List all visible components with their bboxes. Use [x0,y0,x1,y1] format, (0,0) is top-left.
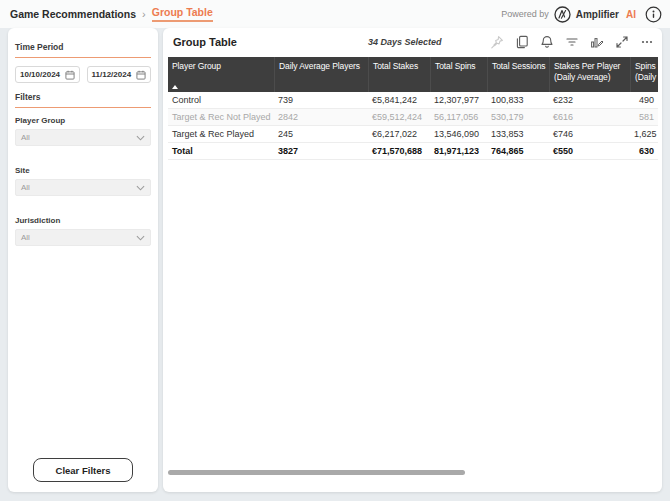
table-cell: €6,217,022 [368,129,430,139]
column-header[interactable]: Total Stakes [368,57,430,92]
table-cell: 581 [630,112,658,122]
visual-header: Group Table 34 Days Selected [163,28,662,57]
time-period-heading: Time Period [15,42,151,52]
table-cell: €59,512,424 [368,112,430,122]
edit-chart-icon[interactable] [590,35,604,49]
table-cell: €232 [549,95,630,105]
filters-heading: Filters [15,92,151,102]
clear-filters-button[interactable]: Clear Filters [33,458,133,482]
breadcrumb-current[interactable]: Group Table [152,6,213,22]
amplifier-logo-icon [554,6,571,23]
start-date-value: 10/10/2024 [20,70,60,79]
table-cell: €71,570,688 [368,146,430,156]
copy-icon[interactable] [515,35,529,49]
column-header-label: Spins (Daily [635,61,656,82]
table-row[interactable]: Control739€5,841,24212,307,977100,833€23… [168,92,658,109]
filters-panel: Time Period 10/10/2024 11/12/2024 Filter… [8,28,158,492]
calendar-icon[interactable] [65,70,75,80]
table-cell: 100,833 [487,95,549,105]
start-date-input[interactable]: 10/10/2024 [15,66,80,83]
table-cell: 12,307,977 [430,95,487,105]
filter-icon[interactable] [565,35,579,49]
site-label: Site [15,166,151,175]
horizontal-scrollbar[interactable] [168,470,465,475]
divider [15,57,151,58]
table-cell: €616 [549,112,630,122]
top-bar: Game Recommendations › Group Table Power… [0,0,670,28]
data-table: Player GroupDaily Average PlayersTotal S… [168,57,658,160]
player-group-label: Player Group [15,116,151,125]
brand-suffix: AI [626,9,636,20]
table-cell: Target & Rec Played [168,129,274,139]
jurisdiction-select[interactable]: All [15,229,151,246]
powered-by-label: Powered by [501,9,549,19]
jurisdiction-label: Jurisdiction [15,216,151,225]
column-header[interactable]: Spins (Daily [630,57,658,92]
table-cell: €5,841,242 [368,95,430,105]
brand-name: Amplifier [576,9,619,20]
jurisdiction-value: All [21,233,30,242]
table-cell: Control [168,95,274,105]
table-body: Control739€5,841,24212,307,977100,833€23… [168,92,658,160]
column-header-label: Total Stakes [373,61,418,71]
breadcrumb: Game Recommendations › Group Table [10,6,213,22]
focus-mode-icon[interactable] [615,35,629,49]
end-date-input[interactable]: 11/12/2024 [87,66,152,83]
player-group-value: All [21,133,30,142]
player-group-select[interactable]: All [15,129,151,146]
divider [15,107,151,108]
days-selected-label: 34 Days Selected [368,37,442,47]
table-cell: 56,117,056 [430,112,487,122]
chevron-down-icon [136,185,145,191]
column-header-label: Total Sessions [492,61,545,71]
column-header-label: Total Spins [435,61,475,71]
table-cell: 133,853 [487,129,549,139]
table-cell: 2842 [274,112,368,122]
column-header[interactable]: Stakes Per Player (Daily Average) [549,57,630,92]
column-header-label: Stakes Per Player (Daily Average) [554,61,620,82]
column-header-label: Daily Average Players [279,61,360,71]
site-value: All [21,183,30,192]
chevron-right-icon: › [142,8,146,20]
sort-ascending-icon [172,85,178,89]
breadcrumb-root[interactable]: Game Recommendations [10,8,136,20]
column-header[interactable]: Daily Average Players [274,57,368,92]
table-cell: Target & Rec Not Played [168,112,274,122]
more-options-icon[interactable] [640,35,654,49]
table-cell: 530,179 [487,112,549,122]
table-cell: 764,865 [487,146,549,156]
alert-icon[interactable] [540,35,554,49]
pin-icon[interactable] [490,35,504,49]
group-table-panel: Group Table 34 Days Selected [163,28,662,492]
chevron-down-icon [136,235,145,241]
chevron-down-icon [136,135,145,141]
table-row[interactable]: Target & Rec Played245€6,217,02213,546,0… [168,126,658,143]
site-select[interactable]: All [15,179,151,196]
table-cell: 3827 [274,146,368,156]
column-header-label: Player Group [172,61,221,71]
column-header[interactable]: Total Sessions [487,57,549,92]
table-row[interactable]: Total3827€71,570,68881,971,123764,865€55… [168,143,658,160]
powered-by-block: Powered by AmplifierAI [501,6,662,23]
table-cell: €746 [549,129,630,139]
table-row[interactable]: Target & Rec Not Played2842€59,512,42456… [168,109,658,126]
visual-title: Group Table [173,36,237,48]
table-cell: Total [168,146,274,156]
info-icon[interactable] [645,6,662,23]
end-date-value: 11/12/2024 [92,70,132,79]
table-cell: 630 [630,146,658,156]
table-cell: 13,546,090 [430,129,487,139]
table-cell: 490 [630,95,658,105]
column-header[interactable]: Total Spins [430,57,487,92]
table-header-row: Player GroupDaily Average PlayersTotal S… [168,57,658,92]
table-cell: 81,971,123 [430,146,487,156]
table-cell: 739 [274,95,368,105]
visual-toolbar [490,35,654,49]
table-cell: €550 [549,146,630,156]
date-range: 10/10/2024 11/12/2024 [15,66,151,83]
column-header[interactable]: Player Group [168,57,274,92]
table-cell: 1,625 [630,129,658,139]
table-cell: 245 [274,129,368,139]
calendar-icon[interactable] [136,70,146,80]
